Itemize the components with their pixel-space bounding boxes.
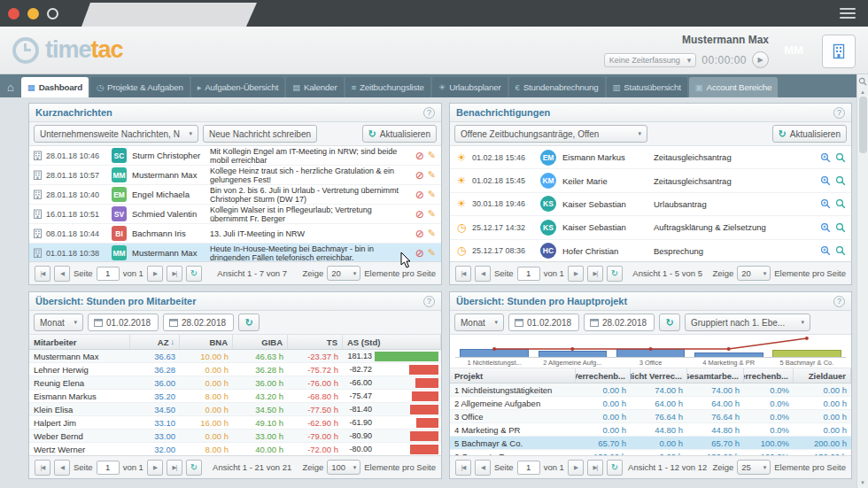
grouping-select[interactable]: Gruppiert nach 1. Ebe... ▾ [685, 314, 810, 331]
open-details-icon[interactable] [835, 152, 846, 163]
edit-icon[interactable]: ✎ [428, 151, 436, 160]
browser-menu-button[interactable] [836, 4, 859, 22]
message-row[interactable]: 28.01.18 10:40 EM Engel Michaela Bin von… [29, 185, 441, 205]
page-size-select[interactable]: 25▾ [737, 460, 771, 475]
employee-row[interactable]: Weber Bernd 33.00 0.00 h 33.00 h -79.00 … [29, 430, 441, 443]
first-page-button[interactable]: |◀ [455, 266, 471, 282]
prev-page-button[interactable]: ◀ [54, 266, 70, 282]
column-az[interactable]: AZ↓ [130, 335, 180, 349]
refresh-button[interactable]: ↻ [186, 266, 202, 282]
page-input[interactable] [517, 267, 540, 281]
employee-row[interactable]: Wertz Werner 32.00 8.00 h 40.00 h -72.00… [29, 443, 441, 455]
zoom-in-icon[interactable] [820, 175, 831, 186]
page-input[interactable] [97, 461, 120, 475]
column-nicht-verrechenbar[interactable]: Nicht Verrec... [631, 368, 687, 383]
employee-row[interactable]: Klein Elisa 34.50 0.00 h 34.50 h -77.50 … [29, 403, 441, 416]
scrollbar-thumb[interactable] [859, 97, 867, 153]
edit-icon[interactable]: ✎ [428, 170, 436, 180]
page-input[interactable] [517, 461, 540, 475]
help-icon[interactable]: ? [833, 296, 845, 307]
last-page-button[interactable]: ▶| [167, 460, 182, 476]
help-icon[interactable]: ? [423, 107, 435, 119]
next-page-button[interactable]: ▶ [568, 266, 584, 282]
column-as[interactable]: AS (Std) [343, 335, 441, 349]
period-select[interactable]: Monat ▾ [454, 314, 504, 331]
tab-account-bereiche[interactable]: ▣ Account Bereiche [689, 77, 778, 97]
project-row[interactable]: 2 Allgemeine Aufgaben 0.00 h 64.00 h 64.… [450, 397, 851, 410]
last-page-button[interactable]: ▶| [167, 266, 182, 282]
column-verrechenbar-pct[interactable]: Verrechenb... [744, 368, 794, 383]
period-select[interactable]: Monat ▾ [34, 314, 83, 331]
deactivate-icon[interactable]: ⊘ [415, 190, 424, 200]
date-from-input[interactable]: 01.02.2018 [508, 314, 579, 331]
browser-tab[interactable] [81, 3, 257, 27]
date-to-input[interactable]: 28.02.2018 [163, 314, 234, 331]
time-tracking-select[interactable]: Keine Zeiterfassung ▾ [604, 53, 697, 67]
zoom-in-icon[interactable] [820, 198, 831, 209]
window-maximize-button[interactable] [47, 8, 58, 19]
open-details-icon[interactable] [835, 175, 846, 186]
search-icon[interactable] [858, 77, 867, 86]
open-details-icon[interactable] [835, 222, 846, 233]
deactivate-icon[interactable]: ⊘ [415, 229, 424, 239]
help-icon[interactable]: ? [423, 296, 435, 307]
message-row[interactable]: 28.01.18 10:46 SC Sturm Christopher Mit … [29, 146, 441, 166]
project-row[interactable]: 3 Office 0.00 h 76.64 h 76.64 h 0.0% 0.0… [450, 410, 851, 423]
last-page-button[interactable]: ▶| [587, 266, 603, 282]
next-page-button[interactable]: ▶ [147, 460, 163, 476]
date-from-input[interactable]: 01.02.2018 [88, 314, 159, 331]
deactivate-icon[interactable]: ⊘ [415, 170, 424, 181]
home-icon[interactable]: ⌂ [7, 81, 14, 94]
date-to-input[interactable]: 28.02.2018 [584, 314, 655, 331]
project-row[interactable]: 4 Marketing & PR 0.00 h 44.80 h 44.80 h … [450, 423, 851, 437]
refresh-button[interactable]: ↻ [186, 460, 202, 476]
tab-urlaubsplaner[interactable]: ☀ Urlaubsplaner [432, 77, 508, 97]
zoom-in-icon[interactable] [820, 222, 831, 233]
project-row[interactable]: 5 Bachmayr & Co. 65.70 h 0.00 h 65.70 h … [450, 437, 851, 450]
notifications-refresh-button[interactable]: ↻ Aktualisieren [772, 125, 847, 143]
scroll-down-icon[interactable]: ▼ [860, 480, 865, 485]
employee-row[interactable]: Mustermann Max 36.63 10.00 h 46.63 h -23… [29, 350, 441, 363]
tab-aufgaben-übersicht[interactable]: ▸ Aufgaben-Übersicht [191, 77, 285, 97]
employee-row[interactable]: Lehner Herwig 36.28 0.00 h 36.28 h -75.7… [29, 363, 441, 376]
first-page-button[interactable]: |◀ [35, 460, 50, 476]
prev-page-button[interactable]: ◀ [475, 266, 491, 282]
edit-icon[interactable]: ✎ [428, 190, 436, 199]
column-zieldauer[interactable]: Zieldauer [794, 368, 851, 383]
deactivate-icon[interactable]: ⊘ [415, 151, 424, 161]
next-page-button[interactable]: ▶ [568, 460, 584, 476]
message-row[interactable]: 28.01.18 10:57 MM Mustermann Max Kollege… [29, 166, 441, 185]
tab-projekte-aufgaben[interactable]: ◷ Projekte & Aufgaben [90, 77, 190, 97]
last-page-button[interactable]: ▶| [587, 460, 603, 476]
page-input[interactable] [97, 267, 120, 281]
message-row[interactable]: 01.01.18 10:38 MM Mustermann Max Heute I… [29, 244, 441, 261]
open-details-icon[interactable] [835, 245, 846, 256]
new-message-button[interactable]: Neue Nachricht schreiben [203, 125, 317, 143]
organization-button[interactable] [822, 35, 856, 68]
notification-row[interactable]: ☀ ◷ 01.02.18 15:46 EM Eismann Markus Zei… [450, 146, 851, 169]
zoom-in-icon[interactable] [820, 152, 831, 163]
first-page-button[interactable]: |◀ [455, 460, 471, 476]
employee-row[interactable]: Reunig Elena 36.00 0.00 h 36.00 h -76.00… [29, 376, 441, 390]
page-size-select[interactable]: 100▾ [327, 460, 360, 475]
edit-icon[interactable]: ✎ [428, 209, 436, 219]
prev-page-button[interactable]: ◀ [54, 460, 70, 476]
message-row[interactable]: 08.01.18 10:44 BI Bachmann Iris 13. Juli… [29, 224, 441, 244]
page-size-select[interactable]: 20▾ [737, 266, 771, 281]
open-details-icon[interactable] [835, 198, 846, 209]
deactivate-icon[interactable]: ⊘ [415, 209, 424, 220]
page-size-select[interactable]: 20▾ [327, 266, 360, 281]
next-page-button[interactable]: ▶ [147, 266, 163, 282]
column-gesamtarbeitszeit[interactable]: Gesamtarbe... [687, 368, 744, 383]
tab-dashboard[interactable]: ▦ Dashboard [21, 77, 89, 97]
tab-kalender[interactable]: ▤ Kalender [286, 77, 343, 97]
refresh-button[interactable]: ↻ [659, 314, 680, 331]
tab-statusübersicht[interactable]: ▥ Statusübersicht [607, 77, 687, 97]
prev-page-button[interactable]: ◀ [475, 460, 491, 476]
notification-row[interactable]: ☀ ◷ 25.12.17 08:36 HC Hofer Christian Be… [450, 240, 851, 261]
help-icon[interactable]: ? [833, 107, 845, 119]
edit-icon[interactable]: ✎ [428, 229, 436, 238]
window-minimize-button[interactable] [27, 8, 39, 19]
user-avatar[interactable]: MM [778, 34, 810, 66]
message-row[interactable]: 16.01.18 10:51 SV Schmied Valentin Kolle… [29, 205, 441, 224]
